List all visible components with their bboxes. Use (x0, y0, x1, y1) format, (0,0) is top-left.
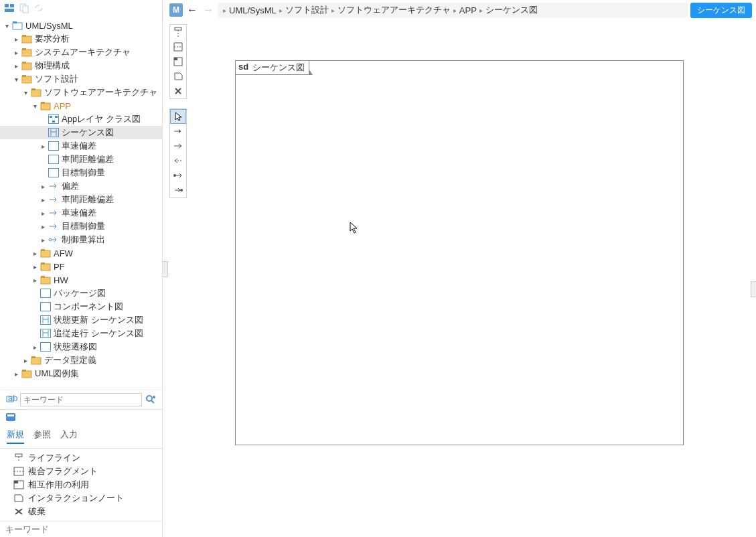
tree-root[interactable]: ▾UML/SysML (0, 19, 162, 32)
tree-item[interactable]: 追従走行 シーケンス図 (0, 327, 162, 340)
tree-label: シーケンス図 (62, 127, 114, 139)
tool-lifeline[interactable] (170, 25, 186, 40)
tree-item[interactable]: ▸状態遷移図 (0, 340, 162, 354)
tree-item[interactable]: ▸車速偏差 (0, 139, 162, 153)
tree-item[interactable]: 車間距離偏差 (0, 153, 162, 166)
svg-rect-8 (22, 35, 26, 37)
keyword-input[interactable] (0, 521, 162, 537)
svg-rect-28 (41, 264, 50, 271)
svg-rect-57 (175, 27, 181, 30)
tree-label: 目標制御量 (62, 167, 105, 179)
link-icon[interactable] (33, 3, 44, 13)
svg-point-71 (180, 189, 183, 191)
tool-async-message[interactable] (170, 139, 186, 153)
crumb[interactable]: APP (459, 5, 477, 15)
tree-item[interactable]: ▾ソフト設計 (0, 72, 162, 86)
nav-forward[interactable]: → (202, 3, 215, 17)
svg-rect-1 (10, 4, 14, 7)
tree-item[interactable]: 状態更新 シーケンス図 (0, 313, 162, 327)
tree-label: PF (54, 262, 65, 272)
palette-item[interactable]: 相互作用の利用 (0, 478, 162, 491)
model-tree[interactable]: ▾UML/SysML ▸要求分析 ▸システムアーキテクチャ ▸物理構成 ▾ソフト… (0, 16, 162, 390)
tab-new[interactable]: 新規 (7, 429, 24, 444)
tree-label: Appレイヤ クラス図 (62, 113, 141, 125)
layout-icon[interactable] (4, 3, 15, 13)
diagram-frame-label: sdシーケンス図 (235, 60, 309, 75)
breadcrumb[interactable]: ▸UML/SysML ▸ソフト設計 ▸ソフトウェアアーキテクチャ ▸APP ▸シ… (218, 3, 688, 17)
tool-pointer[interactable] (170, 109, 186, 124)
svg-rect-41 (22, 370, 26, 372)
tree-item[interactable]: 目標制御量 (0, 166, 162, 179)
svg-rect-47 (6, 413, 15, 421)
svg-rect-51 (14, 467, 23, 475)
crumb[interactable]: シーケンス図 (485, 4, 538, 16)
crumb[interactable]: ソフトウェアアーキテクチャ (337, 4, 451, 16)
tree-item[interactable]: ▸PF (0, 260, 162, 273)
palette-label: インタラクションノート (28, 492, 124, 504)
palette-label: 相互作用の利用 (28, 479, 89, 491)
svg-point-68 (173, 174, 176, 177)
search-input[interactable] (20, 393, 142, 406)
sd-tag: sd (238, 62, 248, 74)
tree-item-app[interactable]: ▾APP (0, 99, 162, 112)
tree-label: コンポーネント図 (54, 301, 123, 313)
collapse-right-icon[interactable] (751, 281, 756, 297)
tree-item[interactable]: ▸車速偏差 (0, 206, 162, 220)
tree-item[interactable]: Appレイヤ クラス図 (0, 112, 162, 126)
svg-rect-27 (41, 249, 45, 251)
filter-type-icon[interactable]: abc (5, 394, 17, 406)
tree-item-selected[interactable]: シーケンス図 (0, 126, 162, 139)
tree-item[interactable]: ▸制御量算出 (0, 233, 162, 246)
tree-item[interactable]: ▾ソフトウェアアーキテクチャ (0, 86, 162, 99)
crumb[interactable]: UML/SysML (229, 5, 277, 15)
cursor-icon (350, 222, 359, 234)
tree-item[interactable]: パッケージ図 (0, 287, 162, 300)
tree-item[interactable]: ▸HW (0, 273, 162, 287)
tool-fragment[interactable] (170, 40, 186, 54)
tree-label: データ型定義 (44, 354, 96, 366)
tree-item[interactable]: ▸物理構成 (0, 59, 162, 72)
tool-found-message[interactable] (170, 168, 186, 183)
palette-label: 複合フラグメント (28, 465, 98, 477)
tree-item[interactable]: ▸車間距離偏差 (0, 193, 162, 206)
svg-rect-2 (5, 9, 14, 12)
collapse-left-icon[interactable] (163, 261, 168, 277)
svg-rect-21 (52, 121, 55, 123)
tree-item[interactable]: ▸データ型定義 (0, 354, 162, 367)
tree-label: 状態遷移図 (54, 341, 97, 353)
block-icon (48, 141, 59, 151)
nav-back[interactable]: ← (185, 3, 199, 17)
package-diagram-icon (40, 289, 51, 298)
left-splitter[interactable] (163, 0, 168, 537)
svg-rect-31 (41, 276, 45, 278)
tab-input[interactable]: 入力 (60, 429, 78, 444)
tree-item[interactable]: ▸UML図例集 (0, 367, 162, 380)
palette-item[interactable]: 複合フラグメント (0, 465, 162, 478)
block-icon (48, 155, 59, 164)
diagram-canvas[interactable]: sdシーケンス図 (188, 20, 749, 537)
tool-reply-message[interactable] (170, 153, 186, 168)
tab-ref[interactable]: 参照 (33, 429, 51, 444)
tree-item[interactable]: ▸システムアーキテクチャ (0, 46, 162, 59)
tool-destroy[interactable] (170, 84, 186, 98)
right-splitter[interactable] (749, 20, 756, 537)
tree-label: 追従走行 シーケンス図 (54, 327, 143, 339)
tree-item[interactable]: コンポーネント図 (0, 300, 162, 313)
tool-interaction-use[interactable] (170, 54, 186, 69)
palette-item[interactable]: 破棄 (0, 505, 162, 518)
tool-sync-message[interactable] (170, 124, 186, 139)
crumb[interactable]: ソフト設計 (285, 4, 329, 16)
copy-icon[interactable] (19, 3, 29, 13)
tree-item[interactable]: ▸要求分析 (0, 32, 162, 46)
svg-line-45 (151, 400, 154, 403)
search-icon[interactable] (145, 394, 157, 406)
tree-item[interactable]: ▸偏差 (0, 179, 162, 193)
tree-item[interactable]: ▸AFW (0, 246, 162, 260)
tool-lost-message[interactable] (170, 183, 186, 198)
diagram-type-badge[interactable]: シーケンス図 (690, 3, 752, 18)
palette-item[interactable]: インタラクションノート (0, 491, 162, 505)
svg-point-44 (147, 396, 152, 401)
tool-note[interactable] (170, 69, 186, 84)
palette-item[interactable]: ライフライン (0, 451, 162, 465)
tree-item[interactable]: ▸目標制御量 (0, 220, 162, 233)
